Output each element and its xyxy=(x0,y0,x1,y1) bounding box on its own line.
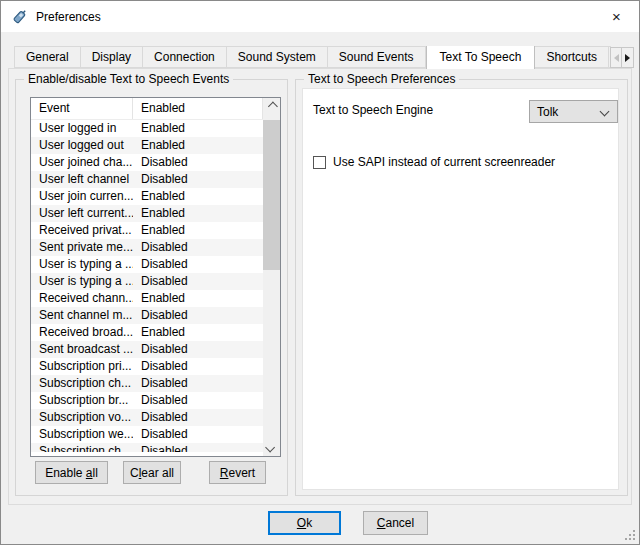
tab[interactable]: Display xyxy=(81,46,143,68)
event-row[interactable]: Subscription ch... Disabled xyxy=(31,443,263,452)
event-status-cell: Disabled xyxy=(133,171,263,188)
event-name-cell: Sent channel m... xyxy=(31,307,133,324)
event-row[interactable]: Subscription pri... Disabled xyxy=(31,358,263,375)
tab[interactable]: Sound Events xyxy=(328,46,426,68)
events-group-box: Enable/disable Text to Speech Events Eve… xyxy=(15,79,288,496)
event-name-cell: User is typing a ... xyxy=(31,273,133,290)
enable-all-button[interactable]: Enable all xyxy=(35,461,108,484)
clear-all-button[interactable]: Clear all xyxy=(123,461,181,484)
tab[interactable]: Connection xyxy=(143,46,227,68)
tab-bar: General Display Connection Sound System … xyxy=(14,46,611,70)
scroll-up-button[interactable] xyxy=(263,98,280,115)
event-name-cell: Received privat... xyxy=(31,222,133,239)
tab-scroll-left-button[interactable] xyxy=(610,47,622,68)
tts-events-list[interactable]: Event Enabled User logged in Enabled Use… xyxy=(30,97,281,457)
list-rows: User logged in Enabled User logged out E… xyxy=(31,120,263,452)
resize-grip[interactable] xyxy=(624,529,636,541)
event-row[interactable]: Received broad... Enabled xyxy=(31,324,263,341)
event-row[interactable]: User is typing a ... Disabled xyxy=(31,273,263,290)
event-name-cell: Subscription ch... xyxy=(31,375,133,392)
sapi-checkbox-label: Use SAPI instead of current screenreader xyxy=(333,155,555,169)
event-status-cell: Disabled xyxy=(133,409,263,426)
tab[interactable]: Sound System xyxy=(227,46,328,68)
tts-preferences-panel: Text to Speech Engine Tolk Use SAPI inst… xyxy=(302,88,619,490)
event-status-cell: Disabled xyxy=(133,239,263,256)
events-group-title: Enable/disable Text to Speech Events xyxy=(24,72,233,86)
cancel-button[interactable]: Cancel xyxy=(363,511,428,535)
tts-engine-value: Tolk xyxy=(537,105,558,119)
tts-preferences-group-box: Text to Speech Preferences Text to Speec… xyxy=(295,79,628,496)
event-status-cell: Enabled xyxy=(133,137,263,154)
event-name-cell: Sent broadcast ... xyxy=(31,341,133,358)
event-name-cell: Subscription pri... xyxy=(31,358,133,375)
event-status-cell: Disabled xyxy=(133,426,263,443)
tts-group-title: Text to Speech Preferences xyxy=(304,72,459,86)
event-status-cell: Enabled xyxy=(133,120,263,137)
window-title: Preferences xyxy=(36,10,101,24)
event-row[interactable]: Subscription vo... Disabled xyxy=(31,409,263,426)
event-row[interactable]: User left current... Enabled xyxy=(31,205,263,222)
event-status-cell: Disabled xyxy=(133,256,263,273)
chevron-down-icon xyxy=(600,107,610,117)
column-header-enabled[interactable]: Enabled xyxy=(133,98,263,119)
event-row[interactable]: Received privat... Enabled xyxy=(31,222,263,239)
title-bar[interactable]: Preferences × xyxy=(1,1,639,32)
arrow-right-icon xyxy=(625,54,634,62)
revert-button[interactable]: Revert xyxy=(209,461,266,484)
event-status-cell: Disabled xyxy=(133,392,263,409)
event-row[interactable]: User left channel Disabled xyxy=(31,171,263,188)
event-name-cell: Received chann... xyxy=(31,290,133,307)
tts-engine-select[interactable]: Tolk xyxy=(529,100,618,123)
event-name-cell: Subscription ch... xyxy=(31,443,133,452)
list-scrollbar[interactable] xyxy=(263,98,280,456)
tab[interactable]: General xyxy=(14,46,81,68)
event-status-cell: Enabled xyxy=(133,324,263,341)
event-row[interactable]: Subscription br... Disabled xyxy=(31,392,263,409)
tab-label: General xyxy=(26,50,69,64)
event-name-cell: Sent private me... xyxy=(31,239,133,256)
event-status-cell: Enabled xyxy=(133,290,263,307)
event-name-cell: User joined cha... xyxy=(31,154,133,171)
tab-label: Text To Speech xyxy=(440,50,522,64)
event-row[interactable]: Subscription ch... Disabled xyxy=(31,375,263,392)
event-row[interactable]: User join curren... Enabled xyxy=(31,188,263,205)
event-name-cell: User logged in xyxy=(31,120,133,137)
event-name-cell: Subscription br... xyxy=(31,392,133,409)
close-button[interactable]: × xyxy=(594,1,639,31)
scroll-down-button[interactable] xyxy=(263,439,280,456)
close-icon: × xyxy=(612,8,621,25)
sapi-checkbox-row[interactable]: Use SAPI instead of current screenreader xyxy=(313,155,555,169)
event-status-cell: Disabled xyxy=(133,443,263,452)
ok-button[interactable]: Ok xyxy=(268,511,341,535)
event-row[interactable]: Received chann... Enabled xyxy=(31,290,263,307)
sapi-checkbox[interactable] xyxy=(313,156,326,169)
event-name-cell: Subscription we... xyxy=(31,426,133,443)
event-row[interactable]: User logged out Enabled xyxy=(31,137,263,154)
event-status-cell: Disabled xyxy=(133,375,263,392)
event-status-cell: Disabled xyxy=(133,358,263,375)
tab[interactable]: Text To Speech xyxy=(426,46,536,69)
event-row[interactable]: User is typing a ... Disabled xyxy=(31,256,263,273)
event-status-cell: Disabled xyxy=(133,273,263,290)
engine-label: Text to Speech Engine xyxy=(313,103,433,117)
event-row[interactable]: Subscription we... Disabled xyxy=(31,426,263,443)
column-header-event[interactable]: Event xyxy=(31,98,133,119)
arrow-left-icon xyxy=(610,54,619,62)
event-row[interactable]: Sent private me... Disabled xyxy=(31,239,263,256)
chevron-up-icon xyxy=(268,102,278,112)
tab-scroll-right-button[interactable] xyxy=(622,47,634,68)
event-row[interactable]: Sent broadcast ... Disabled xyxy=(31,341,263,358)
event-name-cell: User is typing a ... xyxy=(31,256,133,273)
event-row[interactable]: User logged in Enabled xyxy=(31,120,263,137)
tab-label: Sound Events xyxy=(339,50,414,64)
tab[interactable]: Shortcuts xyxy=(535,46,609,68)
event-name-cell: User left channel xyxy=(31,171,133,188)
event-row[interactable]: User joined cha... Disabled xyxy=(31,154,263,171)
list-header: Event Enabled xyxy=(31,98,263,120)
tab-scroll-buttons xyxy=(610,47,634,68)
scrollbar-thumb[interactable] xyxy=(263,120,280,270)
event-status-cell: Disabled xyxy=(133,307,263,324)
event-name-cell: User logged out xyxy=(31,137,133,154)
tab-label: Connection xyxy=(154,50,215,64)
event-row[interactable]: Sent channel m... Disabled xyxy=(31,307,263,324)
